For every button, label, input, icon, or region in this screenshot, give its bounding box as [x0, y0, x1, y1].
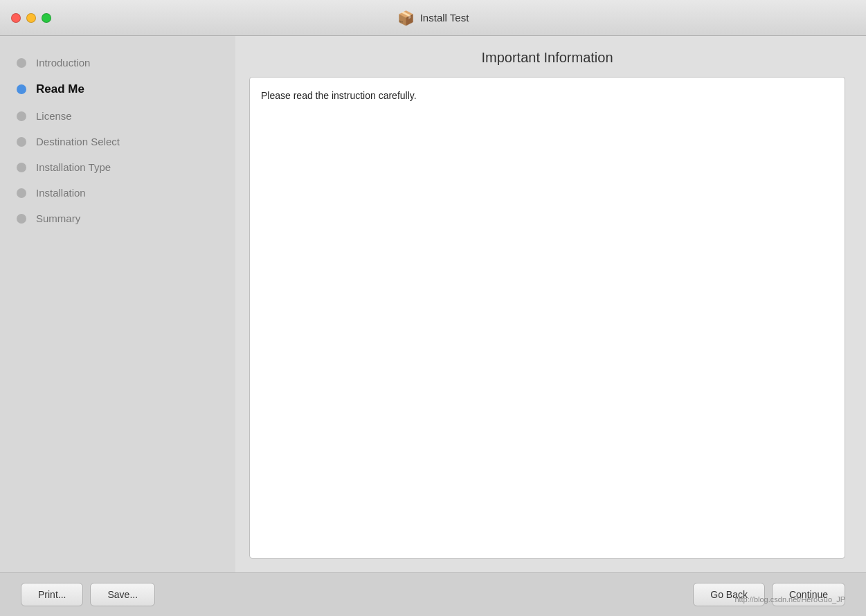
watermark: http://blog.csdn.net/HeroGuo_JP — [734, 595, 845, 604]
sidebar-label-introduction: Introduction — [36, 57, 90, 69]
window-title: 📦 Install Test — [397, 10, 469, 26]
close-button[interactable] — [11, 13, 21, 23]
app-icon: 📦 — [397, 10, 415, 26]
sidebar-dot-installation-type — [17, 163, 26, 172]
maximize-button[interactable] — [42, 13, 51, 23]
sidebar-dot-license — [17, 111, 26, 121]
sidebar-item-installation-type[interactable]: Installation Type — [0, 154, 235, 180]
footer-wrapper: Print... Save... Go Back Continue http:/… — [0, 572, 866, 616]
sidebar-item-license[interactable]: License — [0, 103, 235, 129]
sidebar-label-readme: Read Me — [36, 82, 84, 96]
sidebar-item-readme[interactable]: Read Me — [0, 75, 235, 103]
title-bar: 📦 Install Test — [0, 0, 866, 36]
sidebar-item-destination-select[interactable]: Destination Select — [0, 129, 235, 154]
footer: Print... Save... Go Back Continue — [0, 572, 866, 616]
sidebar: Introduction Read Me License Destination… — [0, 36, 235, 572]
save-button[interactable]: Save... — [90, 583, 155, 606]
panel-title: Important Information — [249, 50, 845, 66]
sidebar-dot-introduction — [17, 58, 26, 68]
sidebar-dot-readme — [17, 84, 26, 94]
main-content: Introduction Read Me License Destination… — [0, 36, 866, 572]
sidebar-label-installation-type: Installation Type — [36, 161, 111, 173]
content-text: Please read the instruction carefully. — [261, 89, 833, 103]
sidebar-item-installation[interactable]: Installation — [0, 180, 235, 206]
minimize-button[interactable] — [26, 13, 36, 23]
sidebar-dot-installation — [17, 188, 26, 198]
sidebar-item-summary[interactable]: Summary — [0, 206, 235, 231]
sidebar-label-summary: Summary — [36, 212, 80, 224]
window-controls — [11, 13, 51, 23]
print-button[interactable]: Print... — [21, 583, 83, 606]
sidebar-item-introduction[interactable]: Introduction — [0, 50, 235, 75]
content-area[interactable]: Please read the instruction carefully. — [249, 77, 845, 559]
sidebar-dot-summary — [17, 214, 26, 224]
right-panel: Important Information Please read the in… — [235, 36, 866, 572]
sidebar-dot-destination-select — [17, 137, 26, 147]
sidebar-label-destination-select: Destination Select — [36, 136, 120, 147]
sidebar-label-installation: Installation — [36, 187, 86, 199]
sidebar-label-license: License — [36, 110, 72, 122]
footer-left-buttons: Print... Save... — [21, 583, 155, 606]
app-title: Install Test — [420, 12, 469, 24]
